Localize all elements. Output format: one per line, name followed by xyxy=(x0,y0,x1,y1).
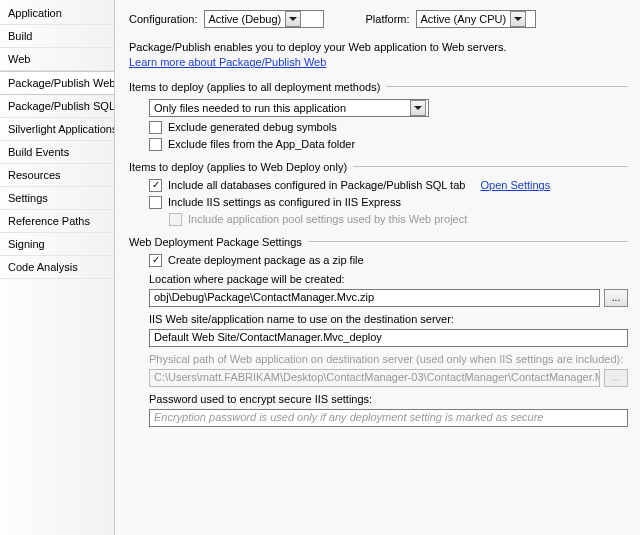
configuration-value: Active (Debug) xyxy=(209,13,282,25)
items-to-deploy-value: Only files needed to run this applicatio… xyxy=(154,102,346,114)
physical-path-label: Physical path of Web application on dest… xyxy=(149,353,628,365)
sidebar-item-settings[interactable]: Settings xyxy=(0,187,114,210)
configuration-label: Configuration: xyxy=(129,13,198,25)
sidebar-item-resources[interactable]: Resources xyxy=(0,164,114,187)
open-settings-link[interactable]: Open Settings xyxy=(480,179,550,191)
sidebar-item-build[interactable]: Build xyxy=(0,25,114,48)
divider xyxy=(353,166,628,167)
site-name-input[interactable]: Default Web Site/ContactManager.Mvc_depl… xyxy=(149,329,628,347)
sidebar-item-signing[interactable]: Signing xyxy=(0,233,114,256)
include-databases-checkbox[interactable]: ✓ xyxy=(149,179,162,192)
exclude-debug-checkbox[interactable] xyxy=(149,121,162,134)
exclude-appdata-checkbox[interactable] xyxy=(149,138,162,151)
main-panel: Configuration: Active (Debug) Platform: … xyxy=(115,0,640,535)
password-label: Password used to encrypt secure IIS sett… xyxy=(149,393,628,405)
browse-physical-button: ... xyxy=(604,369,628,387)
location-input[interactable]: obj\Debug\Package\ContactManager.Mvc.zip xyxy=(149,289,600,307)
site-name-label: IIS Web site/application name to use on … xyxy=(149,313,628,325)
divider xyxy=(308,241,628,242)
group-all-title: Items to deploy (applies to all deployme… xyxy=(129,81,380,93)
platform-label: Platform: xyxy=(366,13,410,25)
dropdown-icon xyxy=(285,11,301,27)
include-apppool-label: Include application pool settings used b… xyxy=(188,213,467,225)
sidebar-item-reference-paths[interactable]: Reference Paths xyxy=(0,210,114,233)
sidebar-item-silverlight-applications[interactable]: Silverlight Applications xyxy=(0,118,114,141)
sidebar-item-package-publish-web[interactable]: Package/Publish Web xyxy=(0,71,114,95)
exclude-debug-label: Exclude generated debug symbols xyxy=(168,121,337,133)
location-label: Location where package will be created: xyxy=(149,273,628,285)
items-to-deploy-select[interactable]: Only files needed to run this applicatio… xyxy=(149,99,429,117)
dropdown-icon xyxy=(510,11,526,27)
group-webdeploy-title: Items to deploy (applies to Web Deploy o… xyxy=(129,161,347,173)
configuration-select[interactable]: Active (Debug) xyxy=(204,10,324,28)
platform-value: Active (Any CPU) xyxy=(421,13,507,25)
include-iis-checkbox[interactable] xyxy=(149,196,162,209)
sidebar-item-build-events[interactable]: Build Events xyxy=(0,141,114,164)
password-input[interactable]: Encryption password is used only if any … xyxy=(149,409,628,427)
physical-path-input: C:\Users\matt.FABRIKAM\Desktop\ContactMa… xyxy=(149,369,600,387)
create-zip-label: Create deployment package as a zip file xyxy=(168,254,364,266)
sidebar: ApplicationBuildWebPackage/Publish WebPa… xyxy=(0,0,115,535)
browse-location-button[interactable]: ... xyxy=(604,289,628,307)
platform-select[interactable]: Active (Any CPU) xyxy=(416,10,536,28)
intro-text: Package/Publish enables you to deploy yo… xyxy=(129,40,628,55)
include-databases-label: Include all databases configured in Pack… xyxy=(168,179,465,191)
include-apppool-checkbox xyxy=(169,213,182,226)
sidebar-item-code-analysis[interactable]: Code Analysis xyxy=(0,256,114,279)
exclude-appdata-label: Exclude files from the App_Data folder xyxy=(168,138,355,150)
create-zip-checkbox[interactable]: ✓ xyxy=(149,254,162,267)
include-iis-label: Include IIS settings as configured in II… xyxy=(168,196,401,208)
group-package-title: Web Deployment Package Settings xyxy=(129,236,302,248)
sidebar-item-application[interactable]: Application xyxy=(0,2,114,25)
dropdown-icon xyxy=(410,100,426,116)
learn-more-link[interactable]: Learn more about Package/Publish Web xyxy=(129,56,326,68)
divider xyxy=(386,86,628,87)
sidebar-item-package-publish-sql[interactable]: Package/Publish SQL xyxy=(0,95,114,118)
sidebar-item-web[interactable]: Web xyxy=(0,48,114,71)
